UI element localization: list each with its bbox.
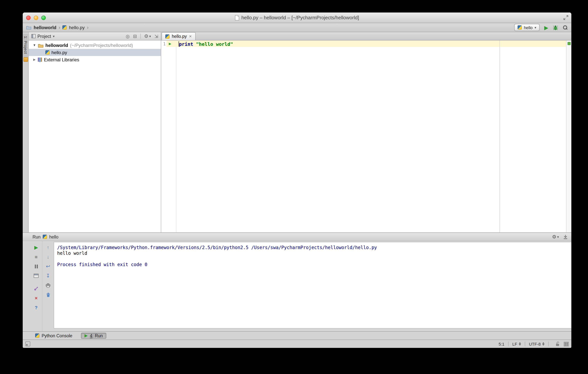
run-settings-gear-icon[interactable]: ⚙▾ [552,234,559,240]
restore-layout-button[interactable] [33,273,40,279]
breadcrumb-separator-icon: › [59,25,60,30]
search-icon[interactable] [563,25,568,30]
settings-gear-icon[interactable]: ⚙▾ [144,33,151,39]
editor[interactable]: 1 ▶ print"hello world" [161,41,571,232]
soft-wrap-button[interactable]: ↩ [45,264,52,269]
tab-close-icon[interactable]: × [189,34,192,39]
run-button[interactable]: ▶ [544,25,548,30]
editor-gutter[interactable] [161,41,176,232]
run-toolwindow-button[interactable]: ▶ 4: Run [81,332,106,339]
locate-icon[interactable]: ◎ [126,33,130,39]
project-folder-icon [38,43,43,47]
pycharm-window: hello.py – helloworld – [~/PycharmProjec… [23,12,571,348]
spinner-arrows-icon [519,342,521,346]
screen: hello.py – helloworld – [~/PycharmProjec… [0,0,588,374]
breadcrumb-file[interactable]: hello.py [69,25,85,30]
project-view-selector[interactable]: Project [37,34,51,38]
close-window-button[interactable] [26,15,31,20]
toolwindow-toggle-icon[interactable] [25,342,30,346]
project-toolwindow-button[interactable]: 1: Project [23,34,28,57]
window-title: hello.py – helloworld – [~/PycharmProjec… [242,15,359,21]
run-panel-config-name: hello [49,235,58,239]
close-toolwindow-button[interactable]: × [33,295,40,301]
tree-expanded-icon[interactable]: ▼ [32,43,37,47]
code-keyword: print [179,41,193,47]
editor-tab-bar: hello.py × [161,32,571,41]
toolbar-separator [140,34,141,39]
project-panel: Project ▾ ◎ ⊟ ⚙▾ ⇲ ▼ [29,32,161,232]
highlighting-level-icon[interactable] [564,342,569,346]
folder-icon [26,25,32,30]
panel-icon [32,34,36,38]
editor-region: hello.py × 1 ▶ print"hello world" [161,32,571,232]
rerun-button[interactable]: ▶ [33,245,40,250]
run-panel-label: Run [32,235,41,239]
minimize-window-button[interactable] [34,15,38,20]
fullscreen-icon[interactable] [563,15,568,20]
line-separator-widget[interactable]: LF [512,342,522,346]
toolwindow-bar: Python Console ▶ 4: Run [23,331,571,340]
print-button[interactable] [45,282,52,288]
run-tab-label: 4: Run [90,333,103,338]
breadcrumb-separator-icon: › [87,25,89,30]
editor-tab-title: hello.py [172,34,187,39]
lock-icon[interactable] [556,342,560,346]
main-area: 1: Project Project ▾ ◎ ⊟ ⚙▾ [23,32,571,232]
run-panel-body: ▶ ■ × ? ↑ ↓ ↩ ↧ [23,241,571,331]
scroll-to-end-button[interactable]: ↧ [45,273,52,279]
tree-row-project-root[interactable]: ▼ helloworld (~/PycharmProjects/hellowor… [29,42,161,49]
tree-file-name: hello.py [52,50,67,55]
chevron-down-icon: ▾ [535,26,536,29]
next-trace-button[interactable]: ↓ [45,254,52,260]
console-exit-line: Process finished with exit code 0 [57,262,568,268]
project-toolwindow-label: 1: Project [23,36,28,54]
code-string: "hello world" [196,41,233,47]
breadcrumb-project[interactable]: helloworld [34,25,56,30]
prev-trace-button[interactable]: ↑ [45,245,52,250]
error-stripe[interactable] [566,41,571,232]
run-config-name: hello [524,25,533,30]
hide-toolwindow-icon[interactable] [563,235,567,239]
python-console-label: Python Console [42,333,72,338]
code-line[interactable]: print"hello world" [178,41,233,47]
project-panel-header: Project ▾ ◎ ⊟ ⚙▾ ⇲ [29,32,161,41]
python-file-icon [165,34,169,38]
encoding-widget[interactable]: UTF-8 [528,342,545,346]
stop-button[interactable]: ■ [33,254,40,260]
attach-debugger-icon[interactable] [33,286,40,291]
navigation-bar: helloworld › hello.py › hello ▾ ▶ [23,23,571,32]
debug-button[interactable] [553,25,558,30]
caret-position-widget[interactable]: 5:1 [498,342,505,346]
chevron-down-icon[interactable]: ▾ [53,34,55,38]
hide-panel-icon[interactable]: ⇲ [154,33,158,39]
inspection-status-indicator[interactable] [567,42,571,45]
pause-output-button[interactable] [33,264,40,269]
tree-row-external-libraries[interactable]: ▶ External Libraries [29,56,161,63]
editor-tab-hello-py[interactable]: hello.py × [162,32,195,40]
run-panel-header: Run hello ⚙▾ [23,232,571,241]
titlebar[interactable]: hello.py – helloworld – [~/PycharmProjec… [23,12,571,23]
tree-row-hello-py[interactable]: hello.py [29,49,161,56]
console-toolbar: ↑ ↓ ↩ ↧ [42,241,54,331]
clear-all-button[interactable] [45,292,52,298]
run-config-python-icon [518,25,522,30]
python-file-icon [63,25,67,30]
python-console-button[interactable]: Python Console [32,332,76,339]
project-root-name: helloworld [45,43,68,48]
libraries-icon [38,57,42,62]
project-root-path: (~/PycharmProjects/helloworld) [70,43,133,48]
console-blank-line [57,256,568,262]
collapse-all-icon[interactable]: ⊟ [133,33,137,39]
run-line-marker-icon[interactable]: ▶ [169,41,171,46]
zoom-window-button[interactable] [41,15,46,20]
python-file-icon [45,50,50,54]
console-output-line: hello world [57,251,568,256]
help-button[interactable]: ? [33,305,40,310]
breadcrumb: helloworld › hello.py › [26,25,89,30]
run-configuration-selector[interactable]: hello ▾ [514,24,540,31]
run-console[interactable]: /System/Library/Frameworks/Python.framew… [54,242,571,329]
run-config-python-icon [43,235,47,239]
tool-stripe-icon[interactable] [23,57,28,62]
tree-collapsed-icon[interactable]: ▶ [32,58,37,61]
tree-libraries-label: External Libraries [44,57,79,62]
